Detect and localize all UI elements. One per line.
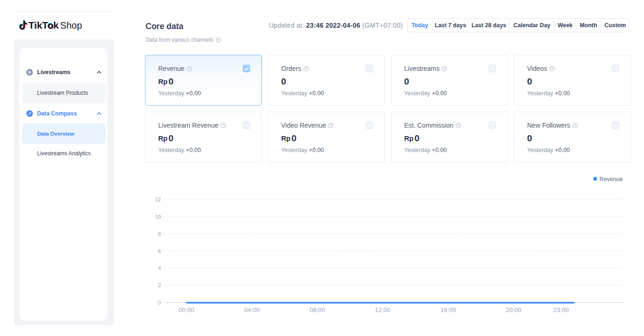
svg-text:0: 0	[158, 300, 161, 305]
svg-text:00:00: 00:00	[178, 306, 194, 313]
svg-text:2: 2	[158, 283, 161, 288]
svg-text:04:00: 04:00	[244, 306, 260, 313]
svg-text:8: 8	[158, 231, 161, 237]
svg-text:10: 10	[155, 214, 161, 220]
svg-text:16:00: 16:00	[440, 306, 456, 313]
svg-text:08:00: 08:00	[309, 306, 325, 313]
svg-text:Revenue: Revenue	[599, 176, 623, 183]
svg-text:12:00: 12:00	[375, 306, 390, 313]
svg-text:23:00: 23:00	[553, 306, 569, 313]
svg-text:6: 6	[158, 248, 161, 254]
svg-text:12: 12	[155, 197, 161, 202]
svg-text:4: 4	[158, 265, 161, 271]
svg-text:20:00: 20:00	[506, 306, 521, 313]
